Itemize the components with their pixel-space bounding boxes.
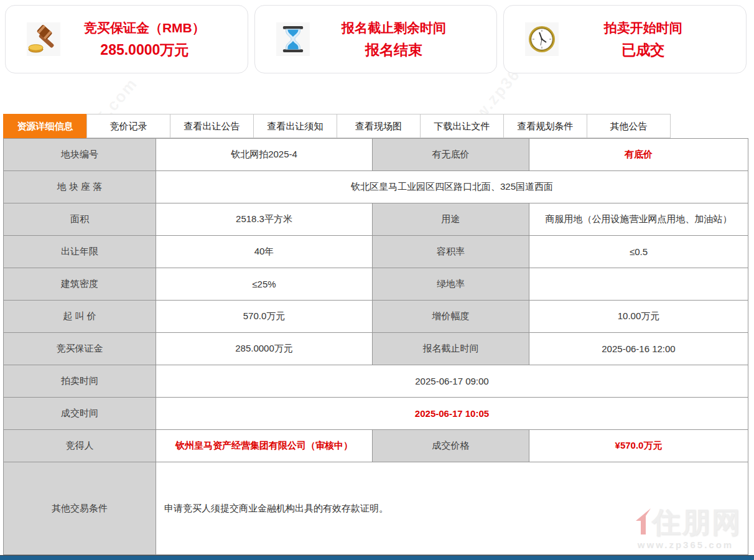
reserve-price-label: 有无底价 (373, 139, 529, 171)
detail-tabs: 资源详细信息 竞价记录 查看出让公告 查看出让须知 查看现场图 下载出让文件 查… (3, 114, 671, 138)
area-value: 2518.3平方米 (156, 203, 373, 236)
start-time-card: 拍卖开始时间 已成交 (503, 5, 747, 73)
deal-price-value: ¥570.0万元 (529, 430, 748, 462)
tab-planning-conditions[interactable]: 查看规划条件 (503, 114, 587, 138)
deposit-card-title: 竞买保证金（RMB） (60, 19, 229, 37)
table-row: 地块编号 钦北网拍2025-4 有无底价 有底价 (4, 139, 748, 171)
auction-time-value: 2025-06-17 09:00 (156, 365, 748, 398)
term-value: 40年 (156, 236, 373, 268)
deadline-card-text: 报名截止剩余时间 报名结束 (310, 19, 497, 60)
tab-transfer-announcement[interactable]: 查看出让公告 (170, 114, 254, 138)
tab-download-documents[interactable]: 下载出让文件 (420, 114, 504, 138)
table-row: 其他交易条件 申请竞买人须提交商业金融机构出具的有效存款证明。 (4, 462, 748, 555)
start-time-card-value: 已成交 (559, 40, 727, 60)
parcel-number-label: 地块编号 (4, 139, 156, 171)
parcel-number-value: 钦北网拍2025-4 (156, 139, 373, 171)
deposit-card-text: 竞买保证金（RMB） 285.0000万元 (60, 19, 248, 60)
table-row: 面积 2518.3平方米 用途 商服用地（公用设施营业网点用地、加油站） (4, 203, 748, 236)
table-row: 竞买保证金 285.0000万元 报名截止时间 2025-06-16 12:00 (4, 333, 748, 365)
deal-time-label: 成交时间 (4, 398, 156, 430)
table-row: 起 叫 价 570.0万元 增价幅度 10.00万元 (4, 301, 748, 333)
hourglass-icon (276, 22, 310, 56)
plot-ratio-label: 容积率 (373, 236, 529, 268)
reserve-price-value: 有底价 (529, 139, 748, 171)
registration-deadline-label: 报名截止时间 (373, 333, 529, 365)
tab-resource-detail[interactable]: 资源详细信息 (3, 114, 87, 138)
area-label: 面积 (4, 203, 156, 236)
deal-price-label: 成交价格 (373, 430, 529, 462)
starting-price-value: 570.0万元 (156, 301, 373, 333)
tab-transfer-notice[interactable]: 查看出让须知 (253, 114, 337, 138)
green-ratio-value (529, 268, 748, 301)
deal-time-value: 2025-06-17 10:05 (156, 398, 748, 430)
summary-cards: 竞买保证金（RMB） 285.0000万元 报名截止剩余时间 报名结束 (5, 5, 747, 73)
deadline-card-title: 报名截止剩余时间 (310, 19, 478, 37)
deadline-card: 报名截止剩余时间 报名结束 (254, 5, 498, 73)
deposit-value: 285.0000万元 (156, 333, 373, 365)
usage-label: 用途 (373, 203, 529, 236)
tab-other-announcements[interactable]: 其他公告 (587, 114, 671, 138)
table-row: 拍卖时间 2025-06-17 09:00 (4, 365, 748, 398)
table-row: 成交时间 2025-06-17 10:05 (4, 398, 748, 430)
land-detail-table: 地块编号 钦北网拍2025-4 有无底价 有底价 地 块 座 落 钦北区皇马工业… (3, 138, 748, 555)
increment-label: 增价幅度 (373, 301, 529, 333)
deposit-card: 竞买保证金（RMB） 285.0000万元 (5, 5, 248, 73)
term-label: 出让年限 (4, 236, 156, 268)
clock-icon (525, 22, 559, 56)
table-row: 出让年限 40年 容积率 ≤0.5 (4, 236, 748, 268)
start-time-card-title: 拍卖开始时间 (559, 19, 727, 37)
start-time-card-text: 拍卖开始时间 已成交 (559, 19, 746, 60)
green-ratio-label: 绿地率 (373, 268, 529, 301)
building-density-label: 建筑密度 (4, 268, 156, 301)
registration-deadline-value: 2025-06-16 12:00 (529, 333, 748, 365)
plot-ratio-value: ≤0.5 (529, 236, 748, 268)
tab-bid-records[interactable]: 竞价记录 (86, 114, 170, 138)
other-conditions-label: 其他交易条件 (4, 462, 156, 555)
deadline-card-value: 报名结束 (310, 40, 478, 60)
table-row: 建筑密度 ≤25% 绿地率 (4, 268, 748, 301)
starting-price-label: 起 叫 价 (4, 301, 156, 333)
auction-time-label: 拍卖时间 (4, 365, 156, 398)
usage-value: 商服用地（公用设施营业网点用地、加油站） (529, 203, 748, 236)
table-row: 地 块 座 落 钦北区皇马工业园区四区路口北面、325国道西面 (4, 171, 748, 203)
building-density-value: ≤25% (156, 268, 373, 301)
winner-value: 钦州皇马资产经营集团有限公司（审核中） (156, 430, 373, 462)
page-bottom-bar (0, 555, 754, 560)
increment-value: 10.00万元 (529, 301, 748, 333)
gavel-icon (27, 22, 60, 56)
deposit-label: 竞买保证金 (4, 333, 156, 365)
other-conditions-value: 申请竞买人须提交商业金融机构出具的有效存款证明。 (156, 462, 748, 555)
deposit-card-value: 285.0000万元 (60, 40, 229, 60)
location-value: 钦北区皇马工业园区四区路口北面、325国道西面 (156, 171, 748, 203)
table-row: 竞得人 钦州皇马资产经营集团有限公司（审核中） 成交价格 ¥570.0万元 (4, 430, 748, 462)
winner-label: 竞得人 (4, 430, 156, 462)
location-label: 地 块 座 落 (4, 171, 156, 203)
tab-site-photos[interactable]: 查看现场图 (337, 114, 421, 138)
